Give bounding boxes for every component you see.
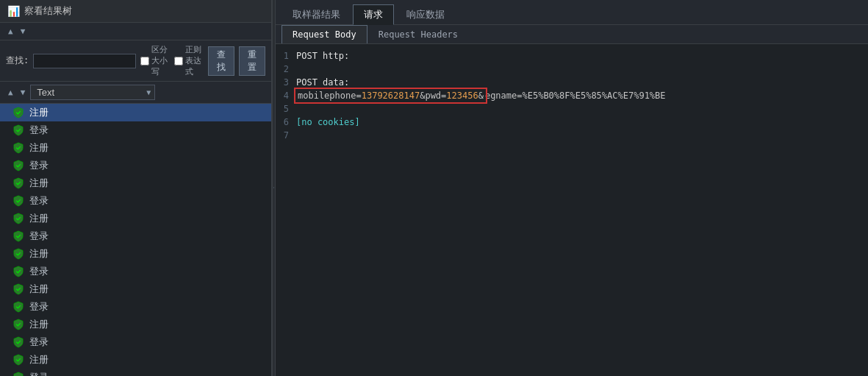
shield-success-icon (12, 265, 25, 278)
shield-success-icon (12, 318, 25, 331)
sub-tab-body[interactable]: Request Body (281, 25, 367, 43)
list-area: 注册 登录 注册 登录 注册 登录 注册 登录 注册 登录 注册 登录 注册 登… (0, 104, 271, 376)
list-item[interactable]: 登录 (0, 192, 271, 210)
list-item[interactable]: 登录 (0, 227, 271, 245)
line-number: 6 (276, 117, 296, 127)
search-row: 查找: 区分大小写 正则表达式 查找 重置 (0, 40, 271, 82)
list-item[interactable]: 登录 (0, 333, 271, 351)
list-item[interactable]: 注册 (0, 316, 271, 333)
filter-select[interactable]: Text 全部 成功 失败 (30, 85, 155, 100)
line-number: 5 (276, 104, 296, 114)
list-item-label: 登录 (29, 159, 49, 172)
shield-success-icon (12, 194, 25, 207)
list-item-label: 登录 (29, 230, 49, 243)
highlighted-line: mobilephone=13792628147&pwd=123456&egnam… (296, 90, 666, 102)
shield-success-icon (12, 283, 25, 296)
list-item-label: 登录 (29, 124, 49, 137)
list-item[interactable]: 注册 (0, 280, 271, 298)
regex-checkbox[interactable] (174, 57, 183, 65)
code-line: 6[no cookies] (276, 116, 868, 130)
shield-success-icon (12, 177, 25, 190)
top-toolbar: ▲ ▼ (0, 23, 271, 40)
list-item-label: 注册 (29, 212, 49, 225)
search-label: 查找: (6, 54, 29, 67)
shield-success-icon (12, 353, 25, 366)
tab-request[interactable]: 请求 (353, 4, 394, 25)
line-content: mobilephone=13792628147&pwd=123456&egnam… (296, 91, 666, 101)
sidebar-title: 察看结果树 (24, 4, 72, 18)
tab-response[interactable]: 响应数据 (395, 4, 456, 24)
regex-label: 正则表达式 (185, 44, 204, 77)
line-number: 2 (276, 64, 296, 74)
line-content: [no cookies] (296, 117, 360, 127)
tree-icon: 📊 (7, 5, 20, 17)
list-item[interactable]: 登录 (0, 263, 271, 280)
list-item-label: 登录 (29, 300, 49, 313)
shield-success-icon (12, 141, 25, 155)
line-number: 3 (276, 77, 296, 88)
list-item[interactable]: 注册 (0, 351, 271, 369)
line-number: 4 (276, 91, 296, 101)
case-sensitive-label: 区分大小写 (151, 44, 170, 77)
list-item-label: 注册 (29, 247, 49, 260)
list-item-label: 注册 (29, 353, 49, 366)
sub-tab-headers[interactable]: Request Headers (367, 25, 469, 43)
shield-success-icon (12, 106, 25, 119)
sub-tabs-bar: Request BodyRequest Headers (276, 25, 868, 44)
shield-success-icon (12, 336, 25, 349)
list-item-label: 注册 (29, 177, 49, 190)
arrow-up-btn[interactable]: ▲ (6, 26, 15, 37)
list-item[interactable]: 登录 (0, 121, 271, 139)
list-item[interactable]: 登录 (0, 157, 271, 174)
code-view: 1POST http:23POST data:4mobilephone=1379… (276, 47, 868, 146)
list-item[interactable]: 注册 (0, 210, 271, 227)
list-item[interactable]: 注册 (0, 139, 271, 157)
right-panel: 取样器结果请求响应数据 Request BodyRequest Headers … (276, 0, 868, 376)
shield-success-icon (12, 212, 25, 225)
filter-select-wrapper: Text 全部 成功 失败 ▼ (30, 85, 155, 100)
filter-arrow-up[interactable]: ▲ (6, 87, 15, 98)
list-item-label: 注册 (29, 106, 49, 119)
code-line: 3POST data: (276, 77, 868, 90)
search-input[interactable] (33, 54, 136, 68)
shield-success-icon (12, 230, 25, 243)
list-item-label: 注册 (29, 318, 49, 331)
list-item-label: 登录 (29, 336, 49, 349)
code-line: 2 (276, 63, 868, 77)
list-item[interactable]: 注册 (0, 174, 271, 192)
line-content: POST http: (296, 51, 349, 61)
list-item[interactable]: 登录 (0, 298, 271, 316)
sidebar-header: 📊 察看结果树 (0, 0, 271, 23)
list-item[interactable]: 注册 (0, 245, 271, 263)
shield-success-icon (12, 300, 25, 313)
case-sensitive-group: 区分大小写 (140, 44, 170, 77)
list-item-label: 注册 (29, 141, 49, 155)
shield-success-icon (12, 247, 25, 260)
list-item[interactable]: 注册 (0, 104, 271, 121)
red-highlight: mobilephone=13792628147&pwd=123456& (296, 90, 485, 102)
code-line: 4mobilephone=13792628147&pwd=123456&egna… (276, 90, 868, 103)
line-number: 1 (276, 51, 296, 61)
line-number: 7 (276, 130, 296, 141)
list-item-label: 登录 (29, 265, 49, 278)
filter-row: ▲ ▼ Text 全部 成功 失败 ▼ (0, 82, 271, 104)
reset-button[interactable]: 重置 (239, 46, 265, 76)
code-line: 7 (276, 130, 868, 143)
arrow-down-btn[interactable]: ▼ (18, 26, 28, 37)
shield-success-icon (12, 159, 25, 172)
code-line: 1POST http: (276, 50, 868, 63)
filter-arrow-down[interactable]: ▼ (18, 87, 28, 98)
shield-success-icon (12, 371, 25, 376)
list-item[interactable]: 登录 (0, 369, 271, 376)
search-button[interactable]: 查找 (208, 46, 234, 76)
main-tabs-bar: 取样器结果请求响应数据 (276, 0, 868, 25)
case-sensitive-checkbox[interactable] (140, 57, 149, 65)
list-item-label: 登录 (29, 194, 49, 207)
line-content: POST data: (296, 77, 349, 88)
sidebar: 📊 察看结果树 ▲ ▼ 查找: 区分大小写 正则表达式 查找 重置 ▲ ▼ Te… (0, 0, 272, 376)
list-item-label: 登录 (29, 371, 49, 376)
list-item-label: 注册 (29, 283, 49, 296)
content-area: 1POST http:23POST data:4mobilephone=1379… (276, 44, 868, 376)
tab-sampler[interactable]: 取样器结果 (281, 4, 351, 24)
regex-group: 正则表达式 (174, 44, 204, 77)
